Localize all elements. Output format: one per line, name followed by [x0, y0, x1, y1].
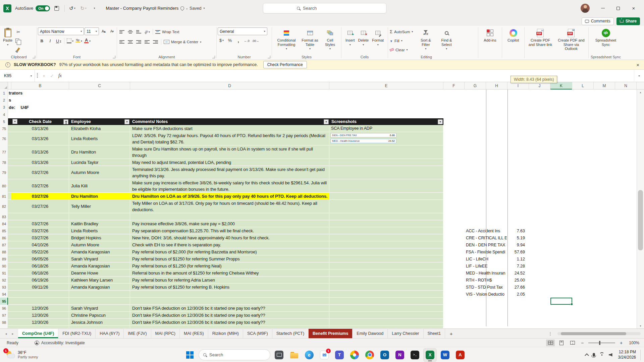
cell[interactable]: [329, 145, 443, 159]
cell[interactable]: 03/27/26: [11, 227, 69, 234]
deduction-value[interactable]: 9.94: [507, 241, 527, 248]
dismiss-warning-icon[interactable]: ×: [636, 62, 639, 68]
normal-view-button[interactable]: [546, 340, 555, 346]
cell[interactable]: Dru Hamilton on LOA as of 3/9/26. So for…: [130, 193, 329, 200]
row-header-85[interactable]: 85: [0, 227, 8, 234]
cell[interactable]: Kaitlin Bradley: [69, 220, 130, 227]
sheet-tab[interactable]: SCA (M9F): [243, 329, 272, 338]
format-cells-button[interactable]: Format▾: [371, 27, 385, 47]
deduction-value[interactable]: 7.28: [507, 262, 527, 269]
zoom-in-button[interactable]: +: [618, 340, 624, 346]
cell[interactable]: trators: [9, 89, 22, 97]
cell[interactable]: Amanda Karagosian: [69, 248, 130, 255]
row-header-83[interactable]: 83: [0, 213, 8, 220]
create-pdf-share-outlook-button[interactable]: Create PDF and Share via Outlook: [556, 27, 587, 52]
cell[interactable]: [329, 234, 443, 241]
screenshot-thumbnail[interactable]: DEN - DEN PRE TAX6.86: [330, 133, 396, 137]
expand-formula-bar-icon[interactable]: ▾: [634, 70, 644, 82]
deduction-value[interactable]: 7.63: [507, 227, 527, 234]
cell[interactable]: 06/05/26: [11, 255, 69, 262]
cell[interactable]: 03/27/26: [11, 179, 69, 193]
cell[interactable]: Pay separation compensation $1,225.70. T…: [130, 227, 329, 234]
row-header-80[interactable]: 80: [0, 179, 8, 193]
cell[interactable]: [11, 213, 69, 220]
onenote[interactable]: [393, 348, 407, 362]
column-header-I[interactable]: I: [507, 82, 529, 89]
cell[interactable]: Christine Papscun: [69, 312, 130, 319]
cell[interactable]: Pay increase effective 3/8/26, make sure…: [130, 220, 329, 227]
cell[interactable]: Jessica Johnson: [69, 319, 130, 326]
column-header-E[interactable]: E: [329, 82, 443, 89]
table-header-E[interactable]: Screenshots▾: [329, 118, 443, 125]
sheet-tab[interactable]: MAI (RPC): [151, 329, 180, 338]
share-button[interactable]: Share: [616, 17, 640, 25]
deduction-value[interactable]: 25.00: [507, 277, 527, 284]
autosum-button[interactable]: AutoSum▾: [389, 28, 414, 36]
cell[interactable]: Sarah Vinyard: [69, 255, 130, 262]
cell[interactable]: 03/13/26: [11, 145, 69, 159]
cell[interactable]: [329, 255, 443, 262]
increase-font-button[interactable]: [100, 27, 107, 35]
cell[interactable]: Check with EH to see if there is separat…: [130, 241, 329, 248]
cell[interactable]: Terminated 3/13/26. Jess already process…: [130, 166, 329, 179]
mail[interactable]: 1: [318, 348, 331, 362]
cell[interactable]: [329, 241, 443, 248]
cell[interactable]: [329, 284, 443, 291]
cell[interactable]: [329, 159, 443, 166]
column-header-M[interactable]: M: [594, 82, 615, 89]
cell[interactable]: [130, 213, 329, 220]
cell[interactable]: 12/30/26: [11, 319, 69, 326]
bold-button[interactable]: B: [38, 37, 46, 45]
save-button[interactable]: [52, 4, 61, 13]
cell[interactable]: 09/11/26: [11, 284, 69, 291]
cell[interactable]: Deanne Howe: [69, 269, 130, 277]
cell[interactable]: 03/13/26: [11, 132, 69, 145]
cell[interactable]: 04/10/26: [11, 241, 69, 248]
zoom-slider-thumb[interactable]: [599, 341, 600, 345]
cell[interactable]: Telly Miller: [69, 200, 130, 213]
filter-button-A[interactable]: ▾: [12, 119, 17, 124]
column-header-J[interactable]: J: [529, 82, 550, 89]
cell[interactable]: Pay referral bonus for referring Adria L…: [130, 277, 329, 284]
file-explorer[interactable]: [287, 348, 301, 362]
cell[interactable]: 03/27/26: [11, 193, 69, 200]
tabs-scroll-right-icon[interactable]: ▸: [9, 329, 16, 338]
horizontal-scrollbar[interactable]: [557, 332, 641, 335]
cell[interactable]: Elizabeth Kloha: [69, 125, 130, 132]
sheet-tab[interactable]: MAI (RES): [180, 329, 208, 338]
percent-style-button[interactable]: [226, 37, 234, 44]
cell[interactable]: [329, 248, 443, 255]
excel[interactable]: [423, 348, 437, 362]
cell[interactable]: de:U4F: [9, 104, 29, 111]
terminal[interactable]: [408, 348, 422, 362]
fill-button[interactable]: Fill▾: [389, 37, 414, 45]
table-header-B[interactable]: Check Date: [11, 118, 69, 125]
row-header-96[interactable]: 96: [0, 305, 8, 312]
start-button[interactable]: [183, 348, 197, 362]
align-bottom-button[interactable]: [135, 28, 143, 36]
page-layout-view-button[interactable]: [557, 340, 566, 346]
cell[interactable]: 06/18/26: [11, 269, 69, 277]
cell[interactable]: 12/30/26: [11, 305, 69, 312]
column-header-C[interactable]: C: [69, 82, 130, 89]
select-all-corner[interactable]: [0, 82, 8, 89]
cell[interactable]: DEN - DEN PRE TAX6.86MED - Health Insura…: [329, 132, 443, 145]
sheet-tab[interactable]: Startech (PCT): [272, 329, 309, 338]
cell[interactable]: Dru Hamilton: [69, 193, 130, 200]
cell[interactable]: [329, 291, 443, 298]
deduction-value[interactable]: 24.52: [507, 269, 527, 277]
enter-icon[interactable]: ✓: [48, 72, 56, 80]
zoom-out-button[interactable]: −: [579, 340, 585, 346]
tabs-more-icon[interactable]: ⋮: [548, 331, 552, 336]
row-header-98[interactable]: 98: [0, 319, 8, 326]
word[interactable]: [438, 348, 452, 362]
row-header-97[interactable]: 97: [0, 312, 8, 319]
scroll-down-icon[interactable]: ▾: [637, 323, 644, 328]
sheet-tab[interactable]: HAA (6Y7): [96, 329, 124, 338]
tabs-scroll-left-icon[interactable]: ◂: [3, 329, 9, 338]
copy-button[interactable]: ▾: [14, 37, 22, 45]
taskbar-search[interactable]: Search: [199, 349, 270, 360]
column-header-F[interactable]: F: [443, 82, 465, 89]
google-app[interactable]: [348, 348, 361, 362]
cell[interactable]: [130, 326, 329, 328]
